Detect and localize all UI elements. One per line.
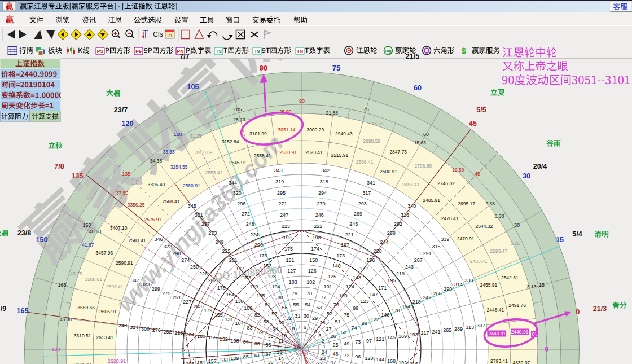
svg-text:170: 170 xyxy=(392,308,400,313)
svg-text:105: 105 xyxy=(256,293,265,299)
svg-text:78: 78 xyxy=(306,291,312,296)
svg-text:13: 13 xyxy=(276,349,282,355)
svg-text:248: 248 xyxy=(246,221,254,227)
svg-text:203: 203 xyxy=(194,304,202,309)
svg-text:144: 144 xyxy=(376,357,384,362)
svg-text:342: 342 xyxy=(321,168,330,173)
svg-text:81: 81 xyxy=(265,302,270,308)
svg-text:5/4: 5/4 xyxy=(572,230,582,238)
svg-text:129: 129 xyxy=(249,284,258,290)
svg-text:227: 227 xyxy=(183,299,191,305)
svg-text:271: 271 xyxy=(279,201,287,207)
svg-text:43.75: 43.75 xyxy=(70,271,82,277)
svg-text:314: 314 xyxy=(454,282,463,287)
svg-text:22: 22 xyxy=(317,361,323,364)
svg-text:180: 180 xyxy=(197,334,205,339)
svg-text:9.38: 9.38 xyxy=(485,201,495,207)
svg-text:313: 313 xyxy=(466,324,474,330)
svg-text:202: 202 xyxy=(208,278,217,283)
svg-text:165: 165 xyxy=(58,282,66,288)
svg-text:2530.91: 2530.91 xyxy=(279,150,297,155)
svg-text:4: 4 xyxy=(314,328,317,334)
svg-text:2613.41: 2613.41 xyxy=(96,335,113,340)
svg-text:252: 252 xyxy=(164,329,172,335)
svg-text:120: 120 xyxy=(365,356,373,361)
svg-text:3203.69: 3203.69 xyxy=(195,150,213,155)
svg-text:124: 124 xyxy=(346,284,354,290)
svg-text:2583.41: 2583.41 xyxy=(129,238,146,243)
svg-text:0: 0 xyxy=(576,308,580,316)
svg-text:321: 321 xyxy=(195,212,203,218)
svg-text:145: 145 xyxy=(387,335,396,340)
svg-text:293: 293 xyxy=(358,201,367,207)
svg-text:276: 276 xyxy=(152,327,161,333)
svg-text:TN: TN xyxy=(297,49,303,54)
svg-text:30: 30 xyxy=(514,222,520,228)
svg-text:34.38: 34.38 xyxy=(150,158,163,164)
svg-text:6.25: 6.25 xyxy=(510,240,520,246)
svg-text:200: 200 xyxy=(254,242,263,248)
svg-text:27: 27 xyxy=(326,326,332,332)
svg-text:192: 192 xyxy=(398,360,407,364)
svg-text:60: 60 xyxy=(423,131,429,137)
svg-text:180: 180 xyxy=(51,347,60,352)
svg-text:108: 108 xyxy=(231,338,239,344)
svg-text:133: 133 xyxy=(220,357,228,362)
svg-text:23/8: 23/8 xyxy=(17,229,31,237)
svg-text:35: 35 xyxy=(268,334,274,339)
svg-text:58: 58 xyxy=(264,319,269,324)
svg-text:2500.91: 2500.91 xyxy=(380,169,397,174)
svg-text:6: 6 xyxy=(304,324,306,330)
svg-text:7/8: 7/8 xyxy=(54,163,64,170)
svg-text:52: 52 xyxy=(327,311,332,317)
svg-text:174: 174 xyxy=(311,246,319,252)
svg-text:295: 295 xyxy=(277,190,286,196)
svg-text:72: 72 xyxy=(344,353,349,358)
svg-text:12: 12 xyxy=(276,344,282,349)
svg-text:222: 222 xyxy=(314,223,322,229)
svg-text:11: 11 xyxy=(278,338,283,344)
svg-text:153: 153 xyxy=(243,275,251,280)
svg-text:15: 15 xyxy=(556,236,564,244)
svg-text:34: 34 xyxy=(272,326,278,332)
svg-text:247: 247 xyxy=(280,212,288,218)
svg-text:216: 216 xyxy=(410,361,418,364)
svg-text:50: 50 xyxy=(341,330,346,335)
svg-text:120: 120 xyxy=(122,120,134,128)
svg-text:154: 154 xyxy=(226,292,235,297)
svg-text:3508.81: 3508.81 xyxy=(85,277,102,282)
svg-text:30: 30 xyxy=(304,313,309,319)
svg-text:265: 265 xyxy=(443,327,451,333)
svg-text:59: 59 xyxy=(257,330,263,335)
svg-text:176: 176 xyxy=(259,253,267,258)
svg-text:75: 75 xyxy=(332,64,340,72)
svg-text:2545.91: 2545.91 xyxy=(229,160,247,165)
svg-text:2448.41: 2448.41 xyxy=(487,307,504,313)
svg-text:8.33: 8.33 xyxy=(495,213,504,219)
svg-text:2538.41: 2538.41 xyxy=(254,153,271,159)
svg-text:$: $ xyxy=(462,46,467,55)
svg-text:9: 9 xyxy=(287,328,289,334)
svg-text:33.33: 33.33 xyxy=(163,149,175,155)
svg-text:156: 156 xyxy=(208,335,217,340)
svg-text:339: 339 xyxy=(441,236,449,242)
svg-text:150: 150 xyxy=(309,257,318,263)
svg-text:2605.91: 2605.91 xyxy=(99,309,117,314)
svg-text:TS: TS xyxy=(216,49,222,54)
svg-text:245: 245 xyxy=(349,221,358,227)
svg-text:228: 228 xyxy=(174,330,183,336)
svg-text:272: 272 xyxy=(242,211,250,217)
svg-text:Big: Big xyxy=(385,49,391,54)
svg-text:195: 195 xyxy=(387,278,396,283)
svg-text:85: 85 xyxy=(243,354,249,359)
svg-text:346: 346 xyxy=(155,236,163,242)
svg-text:74: 74 xyxy=(351,325,357,331)
svg-text:294: 294 xyxy=(318,190,327,196)
svg-text:105: 105 xyxy=(187,83,199,91)
svg-text:269: 269 xyxy=(354,211,362,217)
svg-text:274: 274 xyxy=(181,257,190,263)
svg-text:45: 45 xyxy=(469,120,477,128)
svg-text:130: 130 xyxy=(235,299,243,304)
svg-text:123: 123 xyxy=(361,299,369,304)
svg-text:150: 150 xyxy=(36,236,48,244)
